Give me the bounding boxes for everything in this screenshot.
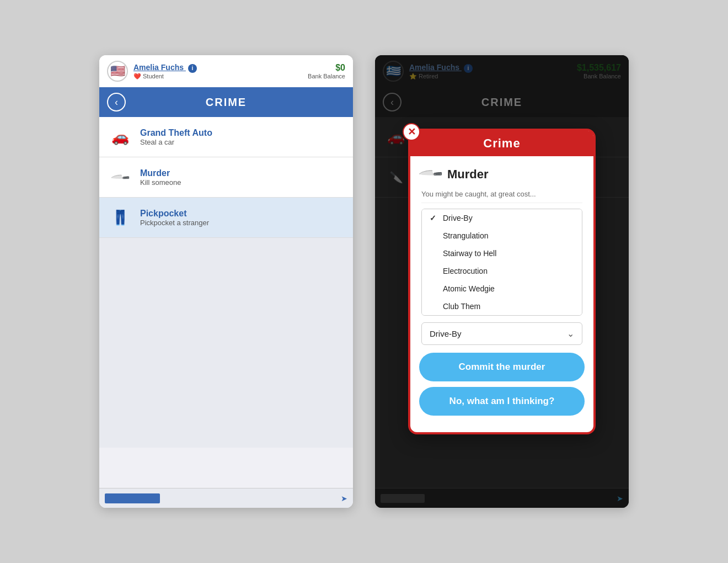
dropdown-label-driveby: Drive-By: [443, 214, 473, 222]
left-crime-item-murder[interactable]: 🔪 Murder Kill someone: [99, 157, 353, 198]
left-crime-desc-murder: Kill someone: [140, 178, 181, 187]
modal-overlay: ✕ Crime 🔪 Murder You might be caught, at…: [375, 55, 629, 508]
screenshot-container: 🇺🇸 Amelia Fuchs i ❤️ Student $0 Bank Bal…: [0, 0, 728, 563]
modal-card: ✕ Crime 🔪 Murder You might be caught, at…: [408, 129, 596, 434]
left-crime-info-murder: Murder Kill someone: [140, 168, 181, 187]
left-crime-icon-murder: 🔪: [103, 160, 137, 194]
dropdown-option-driveby[interactable]: ✓ Drive-By: [422, 209, 582, 227]
left-crime-icon-gta: 🚗: [108, 125, 132, 149]
left-crime-list: 🚗 Grand Theft Auto Steal a car 🔪 Murder …: [99, 117, 353, 488]
dropdown-chevron-icon: ⌄: [567, 328, 574, 339]
modal-crime-header: 🔪 Murder: [421, 165, 582, 183]
left-back-button[interactable]: ‹: [107, 93, 126, 111]
left-profile-name[interactable]: Amelia Fuchs i: [133, 63, 197, 73]
modal-crime-icon: 🔪: [417, 161, 444, 187]
dropdown-select-box[interactable]: Drive-By ⌄: [421, 322, 582, 345]
dropdown-label-electrocution: Electrocution: [443, 267, 488, 275]
dropdown-label-strangulation: Strangulation: [443, 231, 489, 240]
modal-desc: You might be caught, at great cost...: [421, 190, 582, 203]
left-ad-bar: ➤: [99, 488, 353, 508]
left-crime-item-gta[interactable]: 🚗 Grand Theft Auto Steal a car: [99, 117, 353, 157]
left-profile-info: Amelia Fuchs i ❤️ Student: [133, 63, 197, 80]
dropdown-label-club-them: Club Them: [443, 302, 480, 311]
modal-crime-name: Murder: [447, 167, 489, 182]
dropdown-option-club-them[interactable]: Club Them: [422, 298, 582, 315]
modal-body: 🔪 Murder You might be caught, at great c…: [410, 156, 593, 345]
left-profile-balance: $0 Bank Balance: [308, 63, 345, 79]
left-balance-label: Bank Balance: [308, 73, 345, 79]
left-crime-info-gta: Grand Theft Auto Steal a car: [140, 128, 212, 146]
left-phone: 🇺🇸 Amelia Fuchs i ❤️ Student $0 Bank Bal…: [99, 55, 353, 508]
left-crime-desc-pickpocket: Pickpocket a stranger: [140, 219, 209, 227]
dropdown-option-strangulation[interactable]: Strangulation: [422, 227, 582, 245]
left-info-icon[interactable]: i: [188, 64, 197, 73]
left-crime-title-pickpocket: Pickpocket: [140, 209, 209, 219]
left-crime-title: CRIME: [126, 96, 326, 109]
left-ad-arrow-icon: ➤: [341, 494, 347, 503]
left-profile-header: 🇺🇸 Amelia Fuchs i ❤️ Student $0 Bank Bal…: [99, 55, 353, 87]
left-status-icon: ❤️: [133, 73, 141, 80]
commit-murder-button[interactable]: Commit the murder: [419, 353, 585, 381]
left-crime-desc-gta: Steal a car: [140, 138, 212, 146]
right-phone: 🇬🇷 Amelia Fuchs i ⭐ Retired $1,535,617 B…: [375, 55, 629, 508]
left-ad-content: [105, 493, 160, 503]
dropdown-check-driveby: ✓: [430, 214, 438, 222]
left-crime-item-pickpocket[interactable]: 👖 Pickpocket Pickpocket a stranger: [99, 198, 353, 238]
modal-close-button[interactable]: ✕: [403, 123, 420, 141]
left-status-label: Student: [143, 73, 164, 79]
dropdown-option-electrocution[interactable]: Electrocution: [422, 262, 582, 280]
left-crime-title-gta: Grand Theft Auto: [140, 128, 212, 138]
dropdown-label-atomic-wedgie: Atomic Wedgie: [443, 284, 495, 293]
left-flag-circle: 🇺🇸: [107, 61, 128, 82]
dropdown-label-stairway: Stairway to Hell: [443, 249, 496, 258]
dropdown-selected-label: Drive-By: [430, 329, 462, 338]
left-crime-info-pickpocket: Pickpocket Pickpocket a stranger: [140, 209, 209, 227]
left-flag-icon: 🇺🇸: [110, 64, 125, 78]
modal-title: Crime: [483, 136, 520, 151]
dropdown-option-atomic-wedgie[interactable]: Atomic Wedgie: [422, 280, 582, 298]
dropdown-open-container: ✓ Drive-By Strangulation Stairway to Hel…: [421, 209, 582, 316]
left-balance-amount: $0: [308, 63, 345, 73]
left-crime-icon-pickpocket: 👖: [108, 205, 132, 230]
left-profile-status: ❤️ Student: [133, 73, 197, 80]
left-crime-title-murder: Murder: [140, 168, 181, 178]
modal-top-bar: ✕ Crime: [410, 131, 593, 156]
left-profile-left: 🇺🇸 Amelia Fuchs i ❤️ Student: [107, 61, 197, 82]
left-crime-nav: ‹ CRIME: [99, 87, 353, 117]
left-crime-empty: [99, 238, 353, 448]
cancel-murder-button[interactable]: No, what am I thinking?: [419, 387, 585, 416]
dropdown-option-stairway[interactable]: Stairway to Hell: [422, 245, 582, 262]
